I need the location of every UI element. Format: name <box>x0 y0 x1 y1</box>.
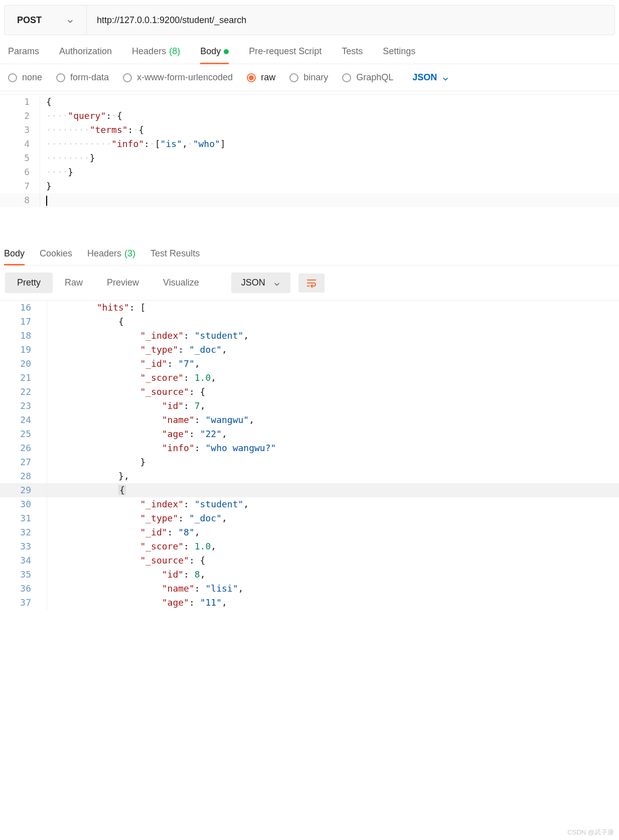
line-number: 36 <box>0 582 40 596</box>
radio-icon <box>8 73 17 82</box>
line-number: 6 <box>0 165 40 179</box>
resp-tab-body[interactable]: Body <box>4 248 25 265</box>
code-content: "name": "wangwu", <box>47 413 619 427</box>
tab-authorization[interactable]: Authorization <box>59 46 112 64</box>
line-number: 32 <box>0 525 40 539</box>
code-content: "_index": "student", <box>47 329 619 343</box>
fold-gutter[interactable] <box>40 483 47 497</box>
response-line: 21 "_score": 1.0, <box>0 371 619 385</box>
code-content: "age": "11", <box>47 596 619 610</box>
fold-gutter[interactable] <box>40 441 47 455</box>
response-line: 34 "_source": { <box>0 553 619 568</box>
fold-gutter[interactable] <box>40 315 47 329</box>
view-raw[interactable]: Raw <box>53 272 95 293</box>
fold-gutter[interactable] <box>40 469 47 483</box>
http-method-select[interactable]: POST <box>5 6 87 35</box>
tab-body-label: Body <box>200 46 221 57</box>
line-number: 1 <box>0 95 40 109</box>
radio-urlencoded[interactable]: x-www-form-urlencoded <box>123 72 233 83</box>
tab-headers[interactable]: Headers (8) <box>132 46 180 64</box>
radio-icon <box>289 73 298 82</box>
radio-raw[interactable]: raw <box>247 72 275 83</box>
radio-formdata[interactable]: form-data <box>56 72 109 83</box>
view-pretty[interactable]: Pretty <box>5 272 53 293</box>
request-tabs: Params Authorization Headers (8) Body Pr… <box>0 35 619 64</box>
radio-icon <box>123 73 132 82</box>
code-content: "_type": "_doc", <box>47 343 619 357</box>
code-content: "_source": { <box>47 553 619 568</box>
code-content: "_type": "_doc", <box>47 511 619 525</box>
code-content: "name": "lisi", <box>47 582 619 596</box>
code-content: { <box>47 483 619 497</box>
fold-gutter[interactable] <box>40 413 47 427</box>
resp-headers-count: (3) <box>124 248 135 259</box>
fold-gutter[interactable] <box>40 385 47 399</box>
code-content: "_id": "8", <box>47 525 619 539</box>
code-content: "_source": { <box>47 385 619 399</box>
response-format-select[interactable]: JSON <box>231 272 290 293</box>
response-line: 18 "_index": "student", <box>0 329 619 343</box>
line-number: 3 <box>0 123 40 137</box>
line-number: 5 <box>0 151 40 165</box>
radio-graphql[interactable]: GraphQL <box>342 72 393 83</box>
response-tabs: Body Cookies Headers (3) Test Results <box>0 237 619 265</box>
url-input[interactable] <box>87 6 614 35</box>
body-format-select[interactable]: JSON <box>412 72 449 83</box>
fold-gutter[interactable] <box>40 371 47 385</box>
fold-gutter[interactable] <box>40 329 47 343</box>
wrap-lines-button[interactable] <box>298 273 325 293</box>
fold-gutter[interactable] <box>40 427 47 441</box>
fold-gutter[interactable] <box>40 568 47 582</box>
tab-settings[interactable]: Settings <box>383 46 415 64</box>
line-number: 37 <box>0 596 40 610</box>
response-line: 26 "info": "who wangwu?" <box>0 441 619 455</box>
request-bar: POST <box>4 5 615 35</box>
line-number: 21 <box>0 371 40 385</box>
fold-gutter[interactable] <box>40 399 47 413</box>
line-number: 22 <box>0 385 40 399</box>
response-line: 17 { <box>0 315 619 329</box>
fold-gutter[interactable] <box>40 343 47 357</box>
tab-tests[interactable]: Tests <box>342 46 363 64</box>
resp-tab-test-results[interactable]: Test Results <box>150 248 200 265</box>
code-content: }, <box>47 469 619 483</box>
text-caret <box>46 196 47 206</box>
line-number: 20 <box>0 357 40 371</box>
wrap-icon <box>305 277 318 289</box>
line-number: 19 <box>0 343 40 357</box>
line-number: 26 <box>0 441 40 455</box>
code-content: { <box>47 315 619 329</box>
view-visualize[interactable]: Visualize <box>151 272 211 293</box>
fold-gutter[interactable] <box>40 357 47 371</box>
response-line: 27 } <box>0 455 619 469</box>
resp-tab-headers[interactable]: Headers (3) <box>87 248 135 265</box>
line-number: 33 <box>0 539 40 553</box>
response-line: 31 "_type": "_doc", <box>0 511 619 525</box>
response-line: 23 "id": 7, <box>0 399 619 413</box>
response-view-row: Pretty Raw Preview Visualize JSON <box>0 265 619 301</box>
body-type-row: none form-data x-www-form-urlencoded raw… <box>0 64 619 91</box>
response-body-editor[interactable]: 16 "hits": [17 {18 "_index": "student",1… <box>0 301 619 610</box>
fold-gutter[interactable] <box>40 539 47 553</box>
view-preview[interactable]: Preview <box>95 272 151 293</box>
response-line: 36 "name": "lisi", <box>0 582 619 596</box>
line-number: 7 <box>0 179 40 193</box>
fold-gutter[interactable] <box>40 455 47 469</box>
radio-none[interactable]: none <box>8 72 42 83</box>
fold-gutter[interactable] <box>40 511 47 525</box>
request-body-editor[interactable]: 1{ 2····"query":·{ 3········"terms":·{ 4… <box>0 94 619 207</box>
tab-prerequest[interactable]: Pre-request Script <box>249 46 322 64</box>
line-number: 4 <box>0 137 40 151</box>
fold-gutter[interactable] <box>40 301 47 315</box>
line-number: 31 <box>0 511 40 525</box>
fold-gutter[interactable] <box>40 596 47 610</box>
fold-gutter[interactable] <box>40 525 47 539</box>
line-number: 23 <box>0 399 40 413</box>
tab-body[interactable]: Body <box>200 46 229 64</box>
fold-gutter[interactable] <box>40 553 47 568</box>
resp-tab-cookies[interactable]: Cookies <box>40 248 72 265</box>
fold-gutter[interactable] <box>40 582 47 596</box>
tab-params[interactable]: Params <box>8 46 39 64</box>
fold-gutter[interactable] <box>40 497 47 511</box>
radio-binary[interactable]: binary <box>289 72 328 83</box>
